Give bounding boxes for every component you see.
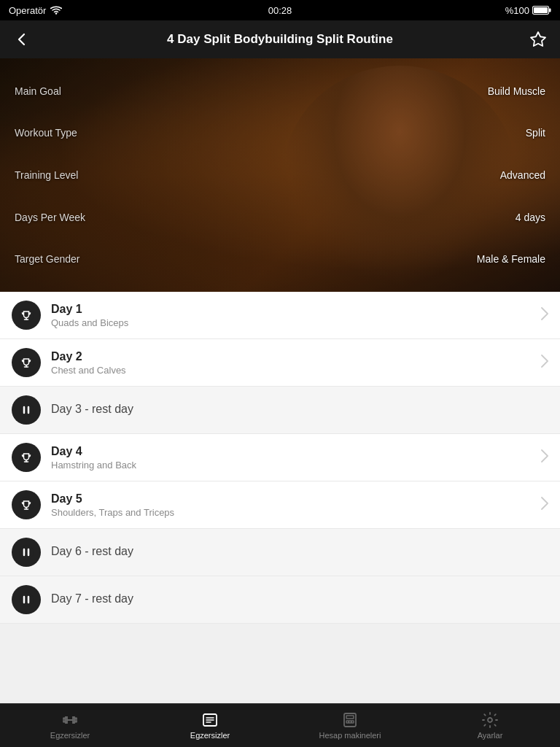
tab-ayarlar-label: Ayarlar (478, 731, 503, 740)
days-per-week-value: 4 days (516, 212, 545, 223)
hero-row-workout-type: Workout Type Split (15, 127, 545, 139)
svg-rect-24 (63, 719, 65, 722)
battery-label: %100 (505, 5, 529, 16)
dumbbell-icon (61, 711, 79, 729)
day-info-1: Day 1Quads and Biceps (51, 303, 535, 328)
tab-egzersizler-1[interactable]: Egzersizler (0, 707, 140, 744)
day-info-2: Day 2Chest and Calves (51, 350, 535, 376)
target-gender-value: Male & Female (477, 253, 545, 265)
day-info-5: Day 5Shoulders, Traps and Triceps (51, 492, 535, 518)
svg-point-15 (19, 498, 34, 512)
tab-egzersizler-2[interactable]: Egzersizler (140, 707, 280, 744)
svg-rect-34 (351, 721, 354, 723)
tab-ayarlar[interactable]: Ayarlar (420, 707, 560, 744)
info-icon (12, 585, 41, 614)
day-name-6: Day 6 - rest day (51, 545, 548, 558)
trophy-icon (12, 490, 41, 519)
day-list-item-5[interactable]: Day 5Shoulders, Traps and Triceps (0, 481, 560, 529)
tab-egzersizler-1-label: Egzersizler (50, 731, 90, 740)
chevron-right-icon (541, 307, 548, 324)
workout-type-value: Split (526, 127, 545, 139)
day-list-item-3: Day 3 - rest day (0, 387, 560, 434)
day-list-item-7: Day 7 - rest day (0, 576, 560, 624)
svg-point-12 (19, 450, 34, 465)
day-name-5: Day 5 (51, 492, 535, 506)
day-info-6: Day 6 - rest day (51, 545, 548, 560)
day-name-7: Day 7 - rest day (51, 592, 548, 605)
target-gender-label: Target Gender (15, 253, 80, 265)
battery-icon (532, 5, 551, 15)
day-sub-5: Shoulders, Traps and Triceps (51, 507, 535, 518)
svg-rect-25 (75, 719, 77, 722)
page-title: 4 Day Split Bodybuilding Split Routine (167, 32, 393, 47)
day-list-item-6: Day 6 - rest day (0, 529, 560, 576)
day-info-4: Day 4Hamstring and Back (51, 445, 535, 471)
operator-label: Operatör (9, 5, 46, 16)
day-info-3: Day 3 - rest day (51, 403, 548, 417)
status-right: %100 (505, 5, 551, 16)
svg-point-9 (19, 403, 34, 417)
training-level-label: Training Level (15, 169, 78, 181)
day-name-3: Day 3 - rest day (51, 403, 548, 416)
svg-point-18 (19, 545, 34, 560)
tab-hesap[interactable]: Hesap makineleri (280, 707, 420, 744)
wifi-icon (50, 6, 62, 15)
hero-row-main-goal: Main Goal Build Muscle (15, 85, 545, 97)
svg-point-6 (19, 355, 34, 370)
svg-rect-32 (346, 721, 349, 723)
back-button[interactable] (9, 26, 35, 53)
info-icon (12, 538, 41, 567)
days-per-week-label: Days Per Week (15, 212, 85, 223)
svg-point-21 (19, 592, 34, 607)
hero-row-days-per-week: Days Per Week 4 days (15, 212, 545, 223)
svg-rect-31 (346, 716, 354, 719)
hero-row-training-level: Training Level Advanced (15, 169, 545, 181)
svg-rect-2 (534, 7, 548, 13)
status-time: 00:28 (268, 5, 292, 16)
hero-info: Main Goal Build Muscle Workout Type Spli… (0, 58, 560, 292)
day-name-2: Day 2 (51, 350, 535, 363)
hero-row-target-gender: Target Gender Male & Female (15, 253, 545, 265)
svg-point-3 (19, 308, 34, 322)
trophy-icon (12, 348, 41, 377)
tab-hesap-label: Hesap makineleri (319, 731, 381, 740)
day-sub-4: Hamstring and Back (51, 460, 535, 471)
day-list-item-1[interactable]: Day 1Quads and Biceps (0, 292, 560, 339)
day-name-4: Day 4 (51, 445, 535, 458)
day-list: Day 1Quads and Biceps Day 2Chest and Cal… (0, 292, 560, 624)
main-goal-label: Main Goal (15, 85, 61, 97)
header: 4 Day Split Bodybuilding Split Routine (0, 20, 560, 58)
day-list-item-2[interactable]: Day 2Chest and Calves (0, 339, 560, 387)
day-sub-2: Chest and Calves (51, 365, 535, 376)
workout-type-label: Workout Type (15, 127, 77, 139)
favorite-button[interactable] (525, 26, 551, 53)
chevron-right-icon (541, 497, 548, 514)
gear-icon (481, 711, 499, 729)
status-left: Operatör (9, 5, 62, 16)
hero-section: Main Goal Build Muscle Workout Type Spli… (0, 58, 560, 292)
svg-rect-1 (549, 9, 551, 12)
tab-bar: Egzersizler Egzersizler Hesap makineleri (0, 703, 560, 747)
tab-egzersizler-2-label: Egzersizler (190, 731, 230, 740)
status-bar: Operatör 00:28 %100 (0, 0, 560, 20)
trophy-icon (12, 443, 41, 472)
day-info-7: Day 7 - rest day (51, 592, 548, 607)
svg-point-35 (488, 718, 492, 722)
svg-rect-33 (349, 721, 351, 723)
chevron-right-icon (541, 355, 548, 371)
info-icon (12, 395, 41, 425)
day-name-1: Day 1 (51, 303, 535, 316)
day-sub-1: Quads and Biceps (51, 317, 535, 328)
chevron-right-icon (541, 449, 548, 466)
trophy-icon (12, 301, 41, 330)
calculator-icon (341, 711, 359, 729)
day-list-item-4[interactable]: Day 4Hamstring and Back (0, 434, 560, 481)
training-level-value: Advanced (500, 169, 545, 181)
main-goal-value: Build Muscle (488, 85, 545, 97)
list-icon (201, 711, 219, 729)
